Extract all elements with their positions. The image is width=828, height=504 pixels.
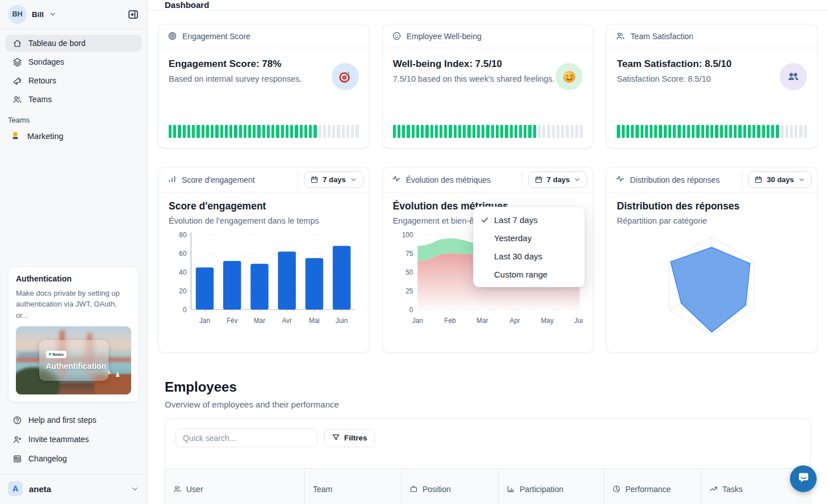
- svg-text:May: May: [541, 316, 554, 324]
- sidebar-item-dashboard[interactable]: Tableau de bord: [6, 35, 141, 52]
- calendar-icon: [310, 175, 319, 184]
- employees-table-card: Filtres User Team: [165, 418, 811, 504]
- svg-text:Jan: Jan: [199, 316, 210, 324]
- stat-subtitle: Based on internal survey responses.: [169, 74, 359, 83]
- sidebar-item-changelog[interactable]: Changelog: [6, 450, 141, 467]
- sidebar: BH Bill Tableau de bord Sondages: [0, 0, 148, 504]
- filters-button[interactable]: Filtres: [324, 429, 375, 447]
- target-emoji: [332, 63, 359, 90]
- chart-title: Distribution des réponses: [617, 200, 807, 212]
- chart-subtitle: Répartition par catégorie: [617, 216, 807, 225]
- sidebar-item-label: Invite teammates: [28, 435, 89, 444]
- smile-icon: [392, 31, 402, 41]
- chart-card-header: Score d'engagement: [182, 175, 292, 184]
- date-range-button[interactable]: 7 days: [304, 171, 363, 188]
- svg-text:Apr: Apr: [509, 316, 520, 324]
- activity-icon: [616, 174, 625, 185]
- radar-chart: [617, 228, 807, 347]
- topbar: Dashboard: [148, 0, 828, 10]
- chevron-down-icon: [131, 485, 139, 493]
- sidebar-footer-nav: Help and first steps Invite teammates Ch…: [0, 407, 147, 469]
- two-persons-icon: [780, 63, 807, 90]
- range-label: 7 days: [547, 175, 570, 184]
- team-item-label: Marketing: [27, 132, 64, 141]
- sidebar-item-feedback[interactable]: Retours: [6, 72, 141, 89]
- workspace-name: Bill: [32, 10, 44, 19]
- sidebar-item-teams[interactable]: Teams: [6, 91, 141, 108]
- stat-card-wellbeing: Employee Well-being Well-being Index: 7.…: [382, 24, 594, 149]
- svg-text:Mar: Mar: [476, 316, 488, 324]
- sidebar-item-label: Teams: [28, 95, 52, 104]
- progress-bar: [169, 125, 359, 138]
- sidebar-item-help[interactable]: Help and first steps: [6, 411, 141, 429]
- chart-card-header: Distribution des réponses: [630, 175, 737, 184]
- account-switcher[interactable]: A aneta: [0, 474, 147, 504]
- sidebar-item-invite[interactable]: Invite teammates: [6, 431, 141, 448]
- workspace-avatar: BH: [8, 5, 27, 24]
- stat-title: Engagement Score: 78%: [169, 58, 359, 70]
- bar-chart: 020406080JanFévMarAvrMaiJuin: [169, 229, 359, 329]
- svg-text:0: 0: [183, 305, 187, 313]
- stat-card-satisfaction: Team Satisfaction Team Satisfaction: 8.5…: [606, 24, 818, 149]
- pie-chart-icon: [612, 485, 621, 493]
- sidebar-item-surveys[interactable]: Sondages: [6, 53, 141, 70]
- date-range-button[interactable]: 7 days: [528, 171, 587, 188]
- svg-text:40: 40: [179, 268, 186, 276]
- menu-item-last-30-days[interactable]: Last 30 days: [474, 247, 584, 265]
- stat-card-header: Team Satisfaction: [630, 32, 693, 41]
- chart-title: Score d'engagement: [169, 200, 359, 212]
- chart-subtitle: Évolution de l'engagement dans le temps: [169, 216, 359, 225]
- column-header-performance[interactable]: Performance: [604, 469, 701, 504]
- workspace-switcher[interactable]: BH Bill: [0, 0, 147, 28]
- menu-item-last-7-days[interactable]: Last 7 days: [474, 211, 584, 229]
- svg-text:Avr: Avr: [282, 316, 291, 324]
- chevron-down-icon: [798, 176, 805, 183]
- svg-text:50: 50: [405, 268, 413, 276]
- range-label: 30 days: [767, 175, 794, 184]
- newspaper-icon: [12, 454, 22, 464]
- bar-chart-icon: [507, 485, 515, 493]
- menu-item-custom-range[interactable]: Custom range: [474, 265, 584, 283]
- sidebar-item-marketing[interactable]: Marketing: [0, 128, 147, 145]
- calendar-icon: [754, 175, 763, 184]
- stat-subtitle: Satisfaction Score: 8.5/10: [617, 74, 807, 83]
- smiley-emoji: [555, 63, 583, 90]
- column-header-team[interactable]: Team: [305, 469, 402, 504]
- promo-image: News Authentification: [16, 326, 131, 394]
- svg-text:0: 0: [409, 305, 413, 313]
- chart-card-header: Évolution des métriques: [406, 175, 517, 184]
- chat-launcher-button[interactable]: [790, 465, 817, 492]
- home-icon: [12, 39, 22, 48]
- users-icon: [173, 485, 182, 493]
- stat-card-engagement: Engagement Score Engagement Score: 78% B…: [158, 24, 370, 149]
- column-header-user[interactable]: User: [165, 469, 305, 504]
- chat-bubble-icon: [797, 471, 810, 487]
- menu-item-yesterday[interactable]: Yesterday: [474, 229, 584, 247]
- svg-text:25: 25: [405, 287, 413, 295]
- help-circle-icon: [12, 415, 22, 425]
- svg-text:75: 75: [405, 249, 413, 257]
- date-range-button[interactable]: 30 days: [748, 171, 812, 188]
- promo-image-caption: Authentification: [46, 362, 107, 371]
- svg-text:80: 80: [179, 230, 186, 238]
- briefcase-icon: [409, 485, 418, 493]
- sidebar-collapse-icon[interactable]: [127, 9, 139, 20]
- svg-text:Mar: Mar: [254, 316, 265, 324]
- chevron-down-icon: [49, 10, 57, 18]
- app: BH Bill Tableau de bord Sondages: [0, 0, 828, 504]
- chart-card-response-distribution: Distribution des réponses 30 days: [606, 167, 818, 353]
- column-header-position[interactable]: Position: [402, 469, 499, 504]
- disc-target-icon: [168, 31, 177, 41]
- svg-text:100: 100: [402, 230, 413, 238]
- svg-text:Jan: Jan: [412, 316, 423, 324]
- promo-card-authentication[interactable]: Authentication Make docs private by sett…: [8, 266, 139, 403]
- svg-text:20: 20: [179, 287, 186, 295]
- table-header-row: User Team Position: [165, 468, 810, 504]
- svg-text:60: 60: [179, 249, 186, 257]
- stat-cards-row: Engagement Score Engagement Score: 78% B…: [158, 24, 818, 149]
- column-header-participation[interactable]: Participation: [499, 469, 604, 504]
- promo-title: Authentication: [16, 274, 131, 283]
- stat-title: Team Satisfaction: 8.5/10: [617, 58, 807, 70]
- user-plus-icon: [12, 435, 22, 444]
- search-input[interactable]: [175, 429, 317, 447]
